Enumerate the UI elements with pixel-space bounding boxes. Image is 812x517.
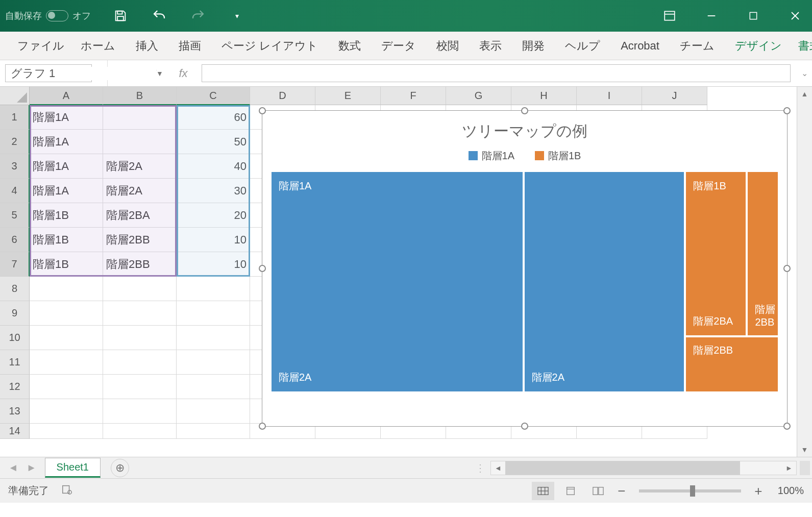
resize-handle[interactable] <box>783 265 791 272</box>
sheet-nav[interactable]: ◄ ► <box>0 462 45 474</box>
cell[interactable]: 10 <box>177 252 250 277</box>
tab-draw[interactable]: 描画 <box>170 35 209 57</box>
resize-handle[interactable] <box>783 107 791 114</box>
cell[interactable]: 階層1A <box>30 105 103 130</box>
row-header[interactable]: 9 <box>0 301 30 326</box>
tab-format[interactable]: 書式 <box>790 35 812 57</box>
cell[interactable]: 階層2BB <box>103 228 177 252</box>
column-header[interactable]: G <box>446 87 511 105</box>
customize-qat-icon[interactable]: ▾ <box>228 7 246 25</box>
cell[interactable]: 階層1B <box>30 203 103 228</box>
cell[interactable]: 階層1A <box>30 179 103 203</box>
save-icon[interactable] <box>111 7 130 25</box>
resize-handle[interactable] <box>521 423 528 430</box>
cell[interactable]: 階層2A <box>103 179 177 203</box>
treemap-node[interactable]: 階層2BB <box>748 172 778 335</box>
cell[interactable]: 階層1A <box>30 154 103 179</box>
resize-handle[interactable] <box>259 423 266 430</box>
view-pagebreak-icon[interactable] <box>587 482 609 500</box>
column-header[interactable]: I <box>577 87 642 105</box>
row-header[interactable]: 3 <box>0 154 30 179</box>
cell[interactable] <box>30 277 103 301</box>
chart-object[interactable]: ツリーマップの例 階層1A 階層1B 階層1A 階層2A 階層2A <box>262 110 788 427</box>
tab-file[interactable]: ファイル <box>9 35 72 57</box>
minimize-icon[interactable] <box>700 4 723 28</box>
cell[interactable] <box>30 326 103 350</box>
zoom-slider[interactable] <box>639 489 741 493</box>
zoom-out-button[interactable]: − <box>614 484 629 498</box>
column-header[interactable]: D <box>250 87 315 105</box>
cell[interactable] <box>103 301 177 326</box>
view-pagelayout-icon[interactable] <box>559 482 582 500</box>
cell[interactable] <box>103 130 177 154</box>
tab-acrobat[interactable]: Acrobat <box>612 36 668 56</box>
scroll-down-icon[interactable]: ▼ <box>797 442 812 457</box>
scroll-left-icon[interactable]: ◄ <box>491 461 505 475</box>
tab-developer[interactable]: 開発 <box>514 35 553 57</box>
tab-view[interactable]: 表示 <box>471 35 510 57</box>
cell[interactable]: 60 <box>177 105 250 130</box>
name-box-dropdown-icon[interactable]: ▼ <box>156 69 163 78</box>
chart-title[interactable]: ツリーマップの例 <box>262 111 787 149</box>
cell[interactable] <box>177 350 250 375</box>
cell[interactable] <box>30 424 103 439</box>
horizontal-scrollbar[interactable]: ◄ ► <box>490 461 797 475</box>
chart-legend[interactable]: 階層1A 階層1B <box>262 149 787 172</box>
worksheet-grid[interactable]: 1 2 3 4 5 6 7 8 9 10 11 12 13 14 A B C D… <box>0 87 812 457</box>
insert-function-icon[interactable]: fx <box>176 66 190 81</box>
row-header[interactable]: 12 <box>0 375 30 399</box>
cell[interactable] <box>177 424 250 439</box>
cell[interactable] <box>30 399 103 424</box>
column-header[interactable]: B <box>103 87 177 105</box>
row-header[interactable]: 4 <box>0 179 30 203</box>
column-header[interactable]: A <box>30 87 103 105</box>
add-sheet-button[interactable]: ⊕ <box>111 459 129 477</box>
row-header[interactable]: 11 <box>0 350 30 375</box>
cell[interactable]: 階層1B <box>30 252 103 277</box>
cell[interactable]: 30 <box>177 179 250 203</box>
row-header[interactable]: 8 <box>0 277 30 301</box>
cell[interactable]: 階層1A <box>30 130 103 154</box>
treemap-node[interactable]: 階層1A 階層2A <box>272 172 523 391</box>
name-box[interactable]: ▼ <box>5 64 92 82</box>
sheet-prev-icon[interactable]: ◄ <box>8 462 18 474</box>
cell[interactable] <box>30 350 103 375</box>
legend-item[interactable]: 階層1B <box>535 149 581 163</box>
resize-handle[interactable] <box>521 107 528 114</box>
resize-handle[interactable] <box>783 423 791 430</box>
column-header[interactable]: E <box>315 87 381 105</box>
treemap-node[interactable]: 階層1B 階層2BA <box>686 172 746 335</box>
cell[interactable] <box>177 375 250 399</box>
cell[interactable] <box>30 301 103 326</box>
row-header[interactable]: 2 <box>0 130 30 154</box>
tab-pagelayout[interactable]: ページ レイアウト <box>213 35 326 57</box>
cell[interactable]: 階層2A <box>103 154 177 179</box>
tab-data[interactable]: データ <box>373 35 424 57</box>
select-all-corner[interactable] <box>0 87 30 105</box>
cell[interactable] <box>103 375 177 399</box>
maximize-icon[interactable] <box>742 4 765 28</box>
column-header[interactable]: F <box>381 87 446 105</box>
autosave-toggle[interactable]: 自動保存 オフ <box>5 10 91 22</box>
zoom-level[interactable]: 100% <box>778 485 804 497</box>
zoom-slider-thumb[interactable] <box>690 485 695 497</box>
cell[interactable] <box>30 375 103 399</box>
cell[interactable] <box>177 326 250 350</box>
formula-input[interactable] <box>202 64 791 82</box>
cell[interactable] <box>177 399 250 424</box>
cell[interactable]: 階層1B <box>30 228 103 252</box>
scroll-right-icon[interactable]: ► <box>782 461 796 475</box>
close-icon[interactable] <box>783 4 807 28</box>
cell[interactable] <box>177 277 250 301</box>
tab-home[interactable]: ホーム <box>72 35 124 57</box>
cell[interactable]: 50 <box>177 130 250 154</box>
expand-formula-bar-icon[interactable]: ⌄ <box>797 60 812 86</box>
row-header[interactable]: 7 <box>0 252 30 277</box>
row-header[interactable]: 6 <box>0 228 30 252</box>
resize-handle[interactable] <box>259 265 266 272</box>
tab-formulas[interactable]: 数式 <box>330 35 369 57</box>
scrollbar-thumb[interactable] <box>505 461 740 475</box>
tab-design[interactable]: デザイン <box>727 35 790 57</box>
treemap-node[interactable]: 階層2A <box>525 172 684 391</box>
toggle-switch-icon[interactable] <box>46 10 68 21</box>
